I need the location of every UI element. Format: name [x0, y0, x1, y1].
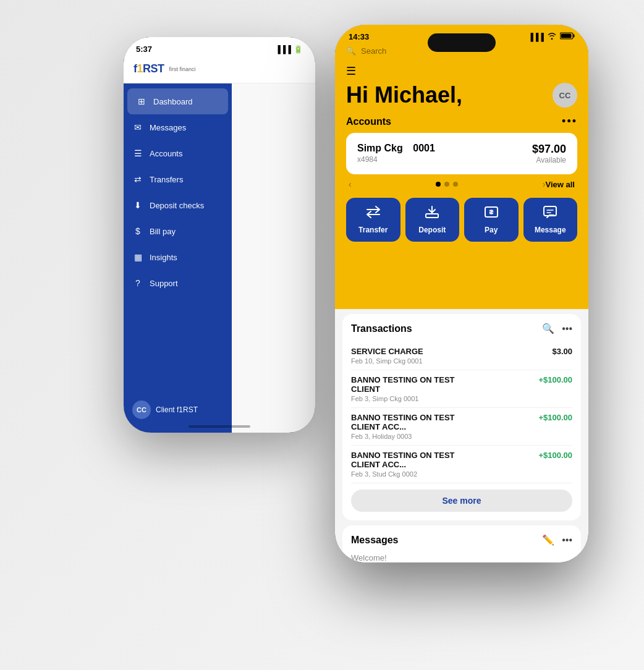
- transactions-card: Transactions 🔍 ••• SERVICE CHARGE Feb 10…: [342, 314, 581, 520]
- support-icon: ?: [132, 278, 143, 288]
- transaction-row-3: BANNO TESTING ON TEST CLIENT ACC... Feb …: [351, 408, 572, 446]
- transfer-label: Transfer: [358, 226, 388, 234]
- sidebar-item-support-label: Support: [150, 279, 178, 288]
- messages-icon: ✉: [132, 122, 143, 132]
- svg-rect-2: [561, 34, 572, 38]
- txn-left-1: SERVICE CHARGE Feb 10, Simp Ckg 0001: [351, 347, 423, 365]
- card-pagination: ‹ › View all: [346, 174, 577, 192]
- account-name: Simp Ckg: [357, 143, 403, 153]
- transaction-row-2: BANNO TESTING ON TEST CLIENT Feb 3, Simp…: [351, 370, 572, 408]
- accounts-section: Accounts ••• Simp Ckg 0001 x4984 $97.00 …: [335, 109, 588, 192]
- search-icon: 🔍: [346, 46, 356, 56]
- back-status-bar: 5:37 ▐▐▐ 🔋: [124, 37, 315, 57]
- transactions-search-icon[interactable]: 🔍: [542, 323, 554, 334]
- back-user-avatar: CC: [132, 401, 151, 419]
- messages-more-icon[interactable]: •••: [562, 535, 572, 546]
- sidebar-item-transfers[interactable]: ⇄ Transfers: [124, 166, 232, 192]
- messages-title: Messages: [351, 535, 399, 546]
- see-more-button[interactable]: See more: [351, 490, 572, 512]
- svg-rect-1: [574, 35, 575, 38]
- back-app-header: f1RST first financi: [124, 57, 315, 83]
- dynamic-island: [428, 33, 496, 52]
- txn-left-4: BANNO TESTING ON TEST CLIENT ACC... Feb …: [351, 451, 475, 478]
- white-content-area: Transactions 🔍 ••• SERVICE CHARGE Feb 10…: [335, 309, 588, 562]
- back-main-panel: [232, 83, 315, 433]
- pay-icon: [484, 205, 499, 222]
- sidebar-item-deposit[interactable]: ⬇ Deposit checks: [124, 192, 232, 218]
- accounts-icon: ☰: [132, 148, 143, 158]
- transaction-row-1: SERVICE CHARGE Feb 10, Simp Ckg 0001 $3.…: [351, 342, 572, 370]
- back-user-name: Client f1RST: [156, 405, 198, 414]
- accounts-title: Accounts: [346, 116, 391, 127]
- transaction-row-4: BANNO TESTING ON TEST CLIENT ACC... Feb …: [351, 446, 572, 483]
- account-balance: $97.00: [532, 143, 566, 156]
- back-status-icons: ▐▐▐ 🔋: [275, 45, 303, 54]
- txn-name-4: BANNO TESTING ON TEST CLIENT ACC...: [351, 451, 475, 469]
- transfers-icon: ⇄: [132, 174, 143, 184]
- message-label: Message: [535, 226, 566, 234]
- front-yellow-body: ☰ Hi Michael, CC Accounts ••• Simp Ckg 0…: [335, 61, 588, 309]
- back-logo-sub: first financi: [169, 66, 196, 72]
- deposit-button[interactable]: Deposit: [405, 198, 460, 242]
- txn-sub-1: Feb 10, Simp Ckg 0001: [351, 357, 423, 365]
- txn-amount-1: $3.00: [552, 347, 572, 356]
- txn-name-2: BANNO TESTING ON TEST CLIENT: [351, 375, 475, 394]
- front-top-bar: ☰: [335, 61, 588, 78]
- accounts-more-button[interactable]: •••: [562, 115, 577, 128]
- account-name-number: Simp Ckg 0001: [357, 143, 435, 154]
- messages-actions: ✏️ •••: [542, 534, 572, 546]
- back-main-content: ⊞ Dashboard ✉ Messages ☰ Accounts ⇄ Tran…: [124, 83, 315, 433]
- sidebar-item-accounts-label: Accounts: [150, 149, 182, 158]
- message-button[interactable]: Message: [523, 198, 578, 242]
- transactions-title: Transactions: [351, 323, 412, 334]
- deposit-label: Deposit: [418, 226, 446, 234]
- pay-label: Pay: [485, 226, 498, 234]
- transfer-button[interactable]: Transfer: [346, 198, 400, 242]
- sidebar-item-dashboard[interactable]: ⊞ Dashboard: [127, 88, 228, 114]
- hamburger-icon[interactable]: ☰: [346, 64, 356, 78]
- account-available: Available: [532, 156, 566, 164]
- accounts-header: Accounts •••: [346, 115, 577, 128]
- transactions-actions: 🔍 •••: [542, 323, 572, 334]
- account-sub: x4984: [357, 155, 435, 164]
- sidebar-item-accounts[interactable]: ☰ Accounts: [124, 140, 232, 166]
- sidebar-item-insights[interactable]: ▦ Insights: [124, 244, 232, 270]
- messages-header: Messages ✏️ •••: [351, 534, 572, 546]
- wifi-icon: [547, 32, 557, 41]
- svg-rect-3: [426, 214, 438, 218]
- transactions-more-icon[interactable]: •••: [562, 323, 572, 334]
- account-card-right: $97.00 Available: [532, 143, 566, 164]
- account-number: 0001: [413, 143, 435, 153]
- front-phone: 14:33 ▐▐▐ 🔍 Search ☰ Hi: [335, 25, 588, 562]
- txn-amount-3: +$100.00: [538, 413, 572, 422]
- txn-amount-4: +$100.00: [538, 451, 572, 460]
- account-card[interactable]: Simp Ckg 0001 x4984 $97.00 Available: [346, 133, 577, 174]
- dot-3: [453, 182, 458, 187]
- pay-button[interactable]: Pay: [464, 198, 519, 242]
- sidebar-item-messages[interactable]: ✉ Messages: [124, 114, 232, 140]
- sidebar-item-support[interactable]: ? Support: [124, 270, 232, 296]
- deposit-icon: [425, 205, 439, 222]
- messages-card: Messages ✏️ ••• Welcome!: [342, 525, 581, 562]
- insights-icon: ▦: [132, 252, 143, 262]
- view-all-button[interactable]: View all: [546, 180, 575, 189]
- front-status-icons: ▐▐▐: [528, 32, 575, 41]
- txn-amount-2: +$100.00: [538, 375, 572, 384]
- sidebar-item-insights-label: Insights: [150, 253, 177, 262]
- back-home-indicator: [189, 425, 250, 428]
- sidebar-item-billpay[interactable]: $ Bill pay: [124, 218, 232, 244]
- front-user-avatar: CC: [553, 83, 577, 108]
- sidebar-item-billpay-label: Bill pay: [150, 227, 176, 236]
- txn-left-2: BANNO TESTING ON TEST CLIENT Feb 3, Simp…: [351, 375, 475, 402]
- txn-name-3: BANNO TESTING ON TEST CLIENT ACC...: [351, 413, 475, 431]
- back-phone: 5:37 ▐▐▐ 🔋 f1RST first financi ⊞ Dashboa…: [124, 37, 315, 433]
- txn-left-3: BANNO TESTING ON TEST CLIENT ACC... Feb …: [351, 413, 475, 440]
- dot-1: [436, 182, 441, 187]
- card-dots: [352, 182, 543, 187]
- back-time: 5:37: [136, 45, 152, 54]
- transfer-icon: [366, 205, 381, 222]
- txn-name-1: SERVICE CHARGE: [351, 347, 423, 356]
- messages-compose-icon[interactable]: ✏️: [542, 534, 554, 546]
- sidebar-item-transfers-label: Transfers: [150, 175, 183, 184]
- sidebar-item-deposit-label: Deposit checks: [150, 201, 204, 210]
